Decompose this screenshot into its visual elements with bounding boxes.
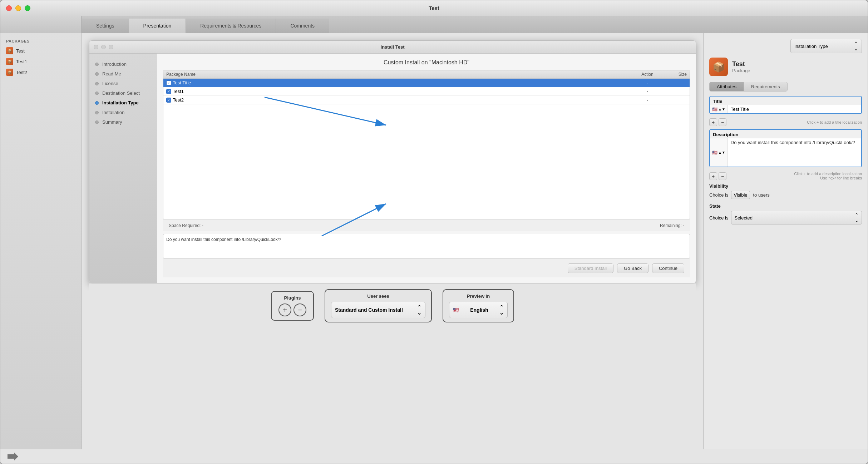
- user-sees-dropdown[interactable]: Standard and Custom Install ⌃⌄: [331, 302, 425, 318]
- sidebar-item-label-test1: Test1: [16, 59, 27, 64]
- standard-install-button[interactable]: Standard Install: [568, 263, 613, 273]
- row-action-test-title: -: [633, 80, 662, 85]
- visibility-dropdown[interactable]: Visible: [731, 191, 750, 199]
- preview-language-label: English: [470, 307, 488, 313]
- row-name-test1: ✓ Test1: [166, 89, 633, 94]
- pkg-type: Package: [732, 68, 750, 73]
- pkg-info-text: Test Package: [732, 60, 750, 73]
- desc-remove-button[interactable]: −: [719, 172, 726, 180]
- dialog-steps: Introduction Read Me License Destin: [89, 54, 157, 283]
- title-hint: Click + to add a title localization: [807, 120, 862, 124]
- continue-button[interactable]: Continue: [652, 263, 684, 273]
- install-type-dropdown[interactable]: Installation Type ⌃⌄: [790, 39, 862, 53]
- step-dot-installation-type: [95, 101, 99, 105]
- table-header-action: Action: [633, 72, 662, 77]
- preview-dropdown[interactable]: 🇺🇸 English ⌃⌄: [449, 302, 508, 318]
- description-field-label: Description: [710, 130, 861, 138]
- step-dot-installation: [95, 111, 99, 114]
- tab-bar: Settings Presentation Requirements & Res…: [0, 16, 868, 33]
- desc-lang-selector[interactable]: 🇺🇸 ▲▼: [710, 138, 728, 167]
- install-dialog: Install Test Introduction Read Me: [89, 40, 696, 283]
- description-text: Do you want install this component into …: [166, 237, 281, 242]
- dialog-traffic-lights: [94, 45, 113, 49]
- title-input[interactable]: [728, 105, 861, 113]
- plugins-remove-button[interactable]: −: [294, 303, 306, 316]
- step-label-summary: Summary: [102, 119, 122, 125]
- pkg-info-box: 📦 Test Package: [709, 58, 862, 76]
- bottom-bar: Plugins + − User sees Standard and Custo…: [89, 283, 696, 328]
- tab-attributes[interactable]: Attributes: [709, 82, 744, 92]
- dialog-main: Custom Install on "Macintosh HD" Package…: [157, 54, 696, 283]
- dialog-main-title: Custom Install on "Macintosh HD": [163, 59, 690, 66]
- dialog-max: [109, 45, 113, 49]
- description-text-area[interactable]: Do you want install this component into …: [728, 138, 861, 167]
- choice-is-label: Choice is: [709, 192, 728, 198]
- row-action-test2: -: [633, 97, 662, 103]
- desc-add-button[interactable]: +: [709, 172, 717, 180]
- state-dropdown[interactable]: Selected ⌃⌄: [731, 211, 862, 224]
- user-sees-label: User sees: [367, 293, 389, 299]
- step-introduction[interactable]: Introduction: [89, 59, 157, 69]
- pkg-icon-test: 📦: [6, 47, 13, 54]
- pkg-icon-test2: 📦: [6, 69, 13, 76]
- table-header: Package Name Action Size: [163, 70, 690, 79]
- sidebar-item-test1[interactable]: 📦 Test1: [0, 56, 82, 67]
- step-license[interactable]: License: [89, 79, 157, 88]
- title-remove-button[interactable]: −: [719, 118, 726, 126]
- close-button[interactable]: [6, 5, 12, 11]
- sidebar-item-test2[interactable]: 📦 Test2: [0, 67, 82, 78]
- table-row[interactable]: ✓ Test1 -: [163, 87, 690, 96]
- sidebar-item-label-test2: Test2: [16, 70, 27, 75]
- checkbox-test2[interactable]: ✓: [166, 98, 171, 103]
- state-row: Choice is Selected ⌃⌄: [709, 211, 862, 224]
- install-type-chevron-icon: ⌃⌄: [854, 41, 858, 51]
- tab-requirements[interactable]: Requirements & Resources: [186, 19, 276, 33]
- title-add-button[interactable]: +: [709, 118, 717, 126]
- table-row[interactable]: ✓ Test2 -: [163, 96, 690, 104]
- minimize-button[interactable]: [15, 5, 21, 11]
- step-summary[interactable]: Summary: [89, 117, 157, 127]
- state-label: State: [709, 203, 862, 209]
- sidebar-item-test[interactable]: 📦 Test: [0, 45, 82, 56]
- preview-flag-icon: 🇺🇸: [453, 307, 459, 313]
- row-name-test2: ✓ Test2: [166, 97, 633, 103]
- checkbox-test1[interactable]: ✓: [166, 89, 171, 94]
- window-title: Test: [429, 5, 439, 11]
- plugins-box: Plugins + −: [271, 291, 314, 321]
- step-label-destination: Destination Select: [102, 90, 140, 96]
- checkbox-test-title[interactable]: ✓: [166, 80, 171, 85]
- go-back-button[interactable]: Go Back: [617, 263, 648, 273]
- tab-comments[interactable]: Comments: [276, 19, 329, 33]
- title-flag-icon: 🇺🇸: [712, 107, 717, 112]
- step-dot-destination: [95, 92, 99, 95]
- step-label-license: License: [102, 81, 118, 86]
- right-panel-header: Installation Type ⌃⌄: [709, 39, 862, 53]
- desc-lang-chevron-icon: ▲▼: [718, 150, 725, 154]
- tab-requirements[interactable]: Requirements: [744, 82, 788, 92]
- maximize-button[interactable]: [25, 5, 30, 11]
- visibility-section: Visibility Choice is Visible to users: [709, 183, 862, 199]
- preview-label: Preview in: [467, 293, 490, 299]
- step-destination[interactable]: Destination Select: [89, 88, 157, 98]
- tab-settings[interactable]: Settings: [82, 19, 129, 33]
- step-installation-type[interactable]: Installation Type: [89, 98, 157, 108]
- description-field-group: Description 🇺🇸 ▲▼ Do you want install th…: [709, 129, 862, 167]
- row-label-test-title: Test Title: [173, 80, 191, 85]
- remaining-label: Remaining: -: [660, 223, 684, 228]
- step-dot-license: [95, 82, 99, 85]
- desc-hint2: Use ⌥↩ for line breaks: [820, 176, 862, 181]
- plugins-add-button[interactable]: +: [278, 303, 291, 316]
- step-readme[interactable]: Read Me: [89, 69, 157, 79]
- step-installation[interactable]: Installation: [89, 108, 157, 117]
- tab-presentation[interactable]: Presentation: [129, 19, 186, 33]
- step-dot-introduction: [95, 63, 99, 66]
- table-row[interactable]: ✓ Test Title -: [163, 79, 690, 87]
- state-chevron-icon: ⌃⌄: [855, 212, 859, 223]
- dialog-min: [101, 45, 106, 49]
- pkg-icon-test1: 📦: [6, 58, 13, 65]
- title-bar: Test: [0, 0, 868, 16]
- title-field-label: Title: [710, 97, 861, 105]
- step-label-installation: Installation: [102, 110, 124, 115]
- title-lang-selector[interactable]: 🇺🇸 ▲▼: [710, 105, 728, 113]
- description-field-content: 🇺🇸 ▲▼ Do you want install this component…: [710, 138, 861, 167]
